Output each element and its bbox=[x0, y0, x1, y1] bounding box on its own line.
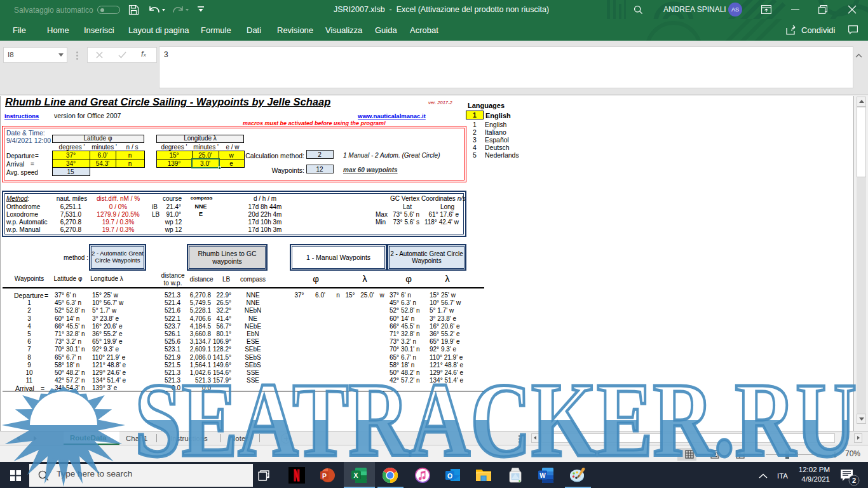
svg-text:SEATRACKER.RU: SEATRACKER.RU bbox=[135, 360, 857, 478]
